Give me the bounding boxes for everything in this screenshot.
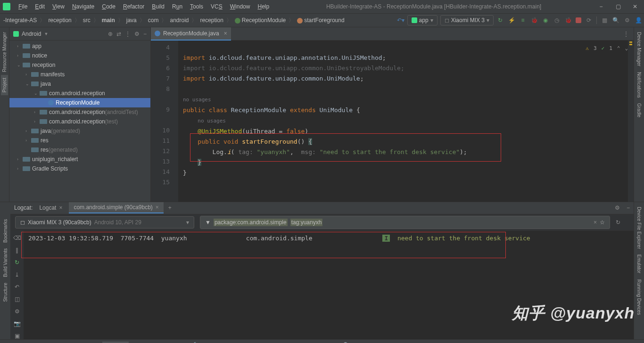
record-icon[interactable]: ▣ <box>15 333 20 339</box>
clear-icon[interactable]: ⌫ <box>13 235 21 241</box>
editor-tab[interactable]: ReceptionModule.java × <box>151 27 231 41</box>
screenshot-icon[interactable]: 📷 <box>14 320 21 327</box>
apply-code-icon[interactable]: ≡ <box>519 16 527 24</box>
log-output[interactable]: 2023-12-03 19:32:58.719 7705-7744 yuanyx… <box>24 231 634 339</box>
clear-filter-icon[interactable]: × <box>594 219 597 226</box>
add-tab-icon[interactable]: + <box>165 204 174 211</box>
tree-item[interactable]: ›app <box>9 41 150 51</box>
tabs-more-icon[interactable]: ⋮ <box>619 31 634 37</box>
pause-icon[interactable]: ‖ <box>16 247 18 253</box>
tree-item[interactable]: ›com.android.reception (androidTest) <box>9 107 150 117</box>
tab-notifications[interactable]: Notifications <box>636 69 643 100</box>
tab-running-devices[interactable]: Running Devices <box>636 277 643 318</box>
split-icon[interactable]: ◫ <box>15 296 20 302</box>
tab-device-explorer[interactable]: Device File Explorer <box>636 204 643 252</box>
profiler-icon[interactable]: ◷ <box>553 16 561 24</box>
close-tab-icon[interactable]: × <box>224 30 227 37</box>
star-icon[interactable]: ☆ <box>600 219 605 226</box>
bc-item[interactable]: startForeground <box>296 16 346 24</box>
logcat-tab[interactable]: Logcat× <box>34 203 67 213</box>
sync-icon[interactable]: ⟳ <box>585 16 593 24</box>
tree-item[interactable]: ⌄com.android.reception <box>9 89 150 98</box>
tree-item[interactable]: ›notice <box>9 51 150 60</box>
menu-build[interactable]: Build <box>149 2 168 11</box>
menu-run[interactable]: Run <box>169 2 186 11</box>
inspection-widget[interactable]: ⚠3 ✓1 ⌃ ⌄ <box>586 43 628 54</box>
bc-item[interactable]: reception <box>198 16 224 24</box>
menu-code[interactable]: Code <box>99 2 119 11</box>
tree-item[interactable]: ⌄reception <box>9 60 150 70</box>
menu-help[interactable]: Help <box>254 2 272 11</box>
bc-item[interactable]: main <box>100 16 116 24</box>
apply-icon[interactable]: ⚡ <box>508 16 515 24</box>
tab-device-manager[interactable]: Device Manager <box>636 29 643 69</box>
device-dropdown[interactable]: ◻ Xiaomi MIX 3 (90ca9bcb) Android 10, AP… <box>15 216 194 229</box>
down-icon[interactable]: ⌄ <box>625 43 628 54</box>
avd-icon[interactable]: ▦ <box>601 16 608 24</box>
menu-refactor[interactable]: Refactor <box>120 2 148 11</box>
up-icon[interactable]: ⌃ <box>617 43 620 54</box>
tree-item[interactable]: ›uniplugin_richalert <box>9 155 150 164</box>
options-icon[interactable]: ⇄ <box>116 31 121 37</box>
device-selector[interactable]: ◻ Xiaomi MIX 3 ▾ <box>440 15 494 25</box>
search-icon[interactable]: 🔍 <box>612 16 619 24</box>
logcat-tool[interactable]: ≡ Logcat <box>102 342 128 343</box>
coverage-icon[interactable]: ◉ <box>542 16 549 24</box>
tree-item[interactable]: ›manifests <box>9 70 150 79</box>
menu-view[interactable]: View <box>49 2 68 11</box>
menu-navigate[interactable]: Navigate <box>69 2 98 11</box>
tree-item[interactable]: ›java (generated) <box>9 126 150 136</box>
code-area[interactable]: 45678 9 101112131415 import io.dcloud.fe… <box>151 41 634 202</box>
bc-item[interactable]: java <box>125 16 138 24</box>
tab-bookmarks[interactable]: Bookmarks <box>2 216 9 245</box>
hide-icon[interactable]: − <box>143 31 147 37</box>
menu-tools[interactable]: Tools <box>187 2 206 11</box>
tree-item[interactable]: ›com.android.reception (test) <box>9 117 150 126</box>
tree-item[interactable]: ›Gradle Scripts <box>9 164 150 173</box>
gear-icon[interactable]: ⚙ <box>134 31 140 37</box>
tab-emulator[interactable]: Emulator <box>636 252 643 276</box>
tab-build-variants[interactable]: Build Variants <box>2 245 9 280</box>
bc-item[interactable]: ReceptionModule <box>233 16 287 24</box>
attach-icon[interactable]: 🐞 <box>564 16 572 24</box>
tab-resource-manager[interactable]: Resource Manager <box>1 29 8 75</box>
minimize-button[interactable]: − <box>595 3 607 10</box>
tree-item[interactable]: ⌄java <box>9 79 150 89</box>
target-icon[interactable]: ⊕ <box>108 31 113 37</box>
back-icon[interactable]: ↶▾ <box>397 16 405 24</box>
tab-gradle[interactable]: Gradle <box>636 100 643 120</box>
scroll-icon[interactable]: ⤓ <box>15 271 19 278</box>
bc-item[interactable]: android <box>168 16 190 24</box>
menu-edit[interactable]: Edit <box>32 2 48 11</box>
user-icon[interactable]: 👤 <box>635 16 642 24</box>
settings-icon[interactable]: ⚙ <box>623 16 631 24</box>
panel-title[interactable]: Android <box>22 31 41 37</box>
bc-item[interactable]: -Integrate-AS <box>2 16 38 24</box>
tab-project[interactable]: Project <box>1 75 8 95</box>
prev-icon[interactable]: ↶ <box>15 284 19 290</box>
run-config-selector[interactable]: app ▾ <box>407 15 438 25</box>
filter-input[interactable]: ▼ package:com.android.simple tag:yuanyxh… <box>200 216 610 229</box>
tree-item[interactable]: ›res <box>9 136 150 145</box>
maximize-button[interactable]: ▢ <box>612 3 624 10</box>
history-icon[interactable]: ↻ <box>616 219 620 226</box>
tab-structure[interactable]: Structure <box>2 280 9 305</box>
tree-item[interactable]: ReceptionModule <box>9 98 150 107</box>
code-content[interactable]: import io.dcloud.feature.uniapp.annotati… <box>178 41 634 202</box>
more-icon[interactable]: ⋮ <box>125 31 131 37</box>
menu-vcs[interactable]: VCS <box>207 2 226 11</box>
tree-item[interactable]: res (generated) <box>9 145 150 155</box>
bc-item[interactable]: src <box>82 16 92 24</box>
logcat-tab-active[interactable]: com.android.simple (90ca9bcb)× <box>69 202 163 213</box>
stop-icon[interactable] <box>576 17 581 23</box>
bc-item[interactable]: com <box>147 16 160 24</box>
gear-icon[interactable]: ⚙ <box>615 204 620 211</box>
menu-window[interactable]: Window <box>227 2 254 11</box>
bc-item[interactable]: reception <box>47 16 73 24</box>
run-icon[interactable]: ↻ <box>496 16 504 24</box>
restart-icon[interactable]: ↻ <box>15 259 19 266</box>
menu-file[interactable]: File <box>15 2 31 11</box>
close-button[interactable]: ✕ <box>629 3 641 10</box>
settings-icon[interactable]: ⚙ <box>15 308 20 315</box>
hide-icon[interactable]: − <box>627 204 630 211</box>
